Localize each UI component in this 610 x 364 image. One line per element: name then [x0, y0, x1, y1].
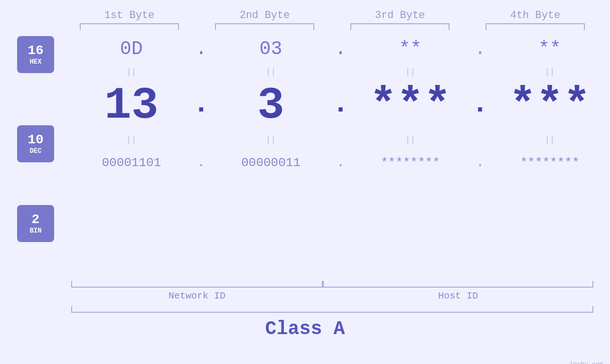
eq2-b3: ||: [350, 135, 471, 144]
host-id-label: Host ID: [323, 290, 593, 301]
eq-row-1: || || || ||: [71, 65, 610, 80]
bin-b1-value: 00001101: [102, 156, 161, 170]
eq1-b3: ||: [350, 67, 471, 77]
byte4-header: 4th Byte: [477, 9, 593, 21]
data-rows-col: 0D . 03 . ** . **: [71, 34, 610, 280]
bin-badge-label: BIN: [29, 227, 41, 234]
hex-b4-cell: **: [489, 38, 610, 60]
bin-b3-cell: ********: [350, 156, 471, 170]
hex-b3-value: **: [399, 38, 422, 60]
hex-dot3: .: [470, 38, 489, 60]
dec-badge: 10 DEC: [17, 125, 54, 162]
dec-b4-cell: ***: [489, 80, 610, 131]
bin-dot2: .: [331, 156, 350, 170]
hex-badge-number: 16: [28, 44, 44, 58]
bottom-brackets-container: [71, 281, 593, 288]
class-row: Class A: [0, 318, 610, 340]
bin-b2-value: 00000011: [241, 156, 300, 170]
class-label: Class A: [265, 318, 345, 340]
dec-data-row: 13 . 3 . *** . ***: [71, 80, 610, 132]
byte3-header: 3rd Byte: [342, 9, 458, 21]
top-bracket-2: [215, 23, 314, 30]
top-brackets: [71, 23, 593, 30]
bin-b2-cell: 00000011: [211, 156, 331, 170]
dec-b3-value: ***: [370, 80, 451, 131]
eq2-b1: ||: [71, 135, 192, 144]
dec-dot3: .: [470, 90, 489, 122]
id-labels: Network ID Host ID: [71, 290, 593, 301]
dec-b2-value: 3: [257, 80, 284, 131]
bracket-cell-2: [206, 23, 323, 30]
host-bracket: [323, 281, 593, 288]
badges-col: 16 HEX 10 DEC 2 BIN: [0, 34, 71, 280]
network-bracket: [71, 281, 323, 288]
bin-badge-number: 2: [32, 213, 40, 227]
hex-data-row: 0D . 03 . ** . **: [71, 34, 610, 65]
dec-b2-cell: 3: [211, 80, 331, 131]
dec-dot1: .: [192, 90, 211, 122]
eq2-b4: ||: [489, 135, 610, 144]
bin-b3-value: ********: [381, 156, 440, 170]
hex-badge: 16 HEX: [17, 36, 54, 73]
hex-b3-cell: **: [350, 38, 471, 60]
dec-b4-value: ***: [509, 80, 591, 131]
bin-dot1: .: [192, 156, 211, 170]
top-bracket-1: [80, 23, 178, 30]
watermark: ipshu.com: [570, 361, 603, 364]
bin-badge: 2 BIN: [17, 205, 54, 242]
bracket-cell-4: [477, 23, 593, 30]
hex-badge-label: HEX: [29, 58, 41, 65]
hex-b2-value: 03: [260, 38, 282, 60]
byte2-header: 2nd Byte: [206, 9, 323, 21]
bottom-section: Network ID Host ID: [71, 281, 593, 301]
eq2-b2: ||: [211, 135, 331, 144]
hex-dot1: .: [192, 38, 211, 60]
dec-b1-value: 13: [104, 80, 159, 131]
main-content: 16 HEX 10 DEC 2 BIN 0D .: [0, 34, 610, 280]
eq-row-2: || || || ||: [71, 132, 610, 147]
dec-dot2: .: [331, 90, 350, 122]
full-bottom-bracket: [71, 306, 593, 313]
hex-dot2: .: [331, 38, 350, 60]
bracket-cell-1: [71, 23, 188, 30]
dec-b1-cell: 13: [71, 80, 192, 131]
network-id-label: Network ID: [71, 290, 323, 301]
bin-b4-value: ********: [520, 156, 580, 170]
hex-b1-value: 0D: [120, 38, 143, 60]
bin-data-row: 00001101 . 00000011 . ******** .: [71, 147, 610, 178]
hex-b4-value: **: [538, 38, 561, 60]
eq1-b2: ||: [211, 67, 331, 77]
dec-badge-number: 10: [28, 133, 44, 148]
eq1-b4: ||: [489, 67, 610, 77]
byte-headers-row: 1st Byte 2nd Byte 3rd Byte 4th Byte: [71, 9, 593, 21]
bracket-cell-3: [342, 23, 458, 30]
bin-b1-cell: 00001101: [71, 156, 192, 170]
eq1-b1: ||: [71, 67, 192, 77]
dec-badge-label: DEC: [29, 147, 41, 155]
dec-b3-cell: ***: [350, 80, 471, 131]
main-layout: 1st Byte 2nd Byte 3rd Byte 4th Byte 16: [0, 9, 610, 364]
hex-b1-cell: 0D: [71, 38, 192, 60]
top-bracket-4: [486, 23, 584, 30]
top-bracket-3: [350, 23, 449, 30]
bin-b4-cell: ********: [489, 156, 610, 170]
hex-b2-cell: 03: [211, 38, 331, 60]
byte1-header: 1st Byte: [71, 9, 188, 21]
bin-dot3: .: [470, 156, 489, 170]
